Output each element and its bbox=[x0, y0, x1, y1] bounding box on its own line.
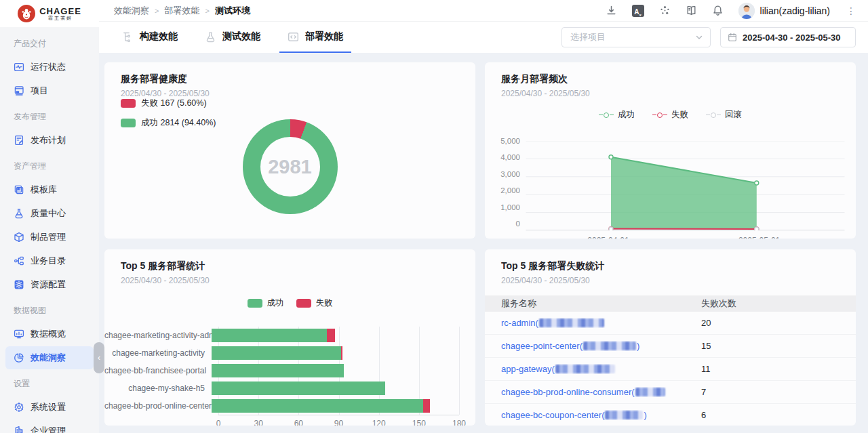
failure-count: 15 bbox=[685, 341, 856, 351]
project-select[interactable]: 选择项目 bbox=[561, 27, 711, 47]
docs-icon[interactable] bbox=[686, 5, 697, 16]
sidebar-item-label: 质量中心 bbox=[31, 207, 66, 220]
sidebar-item-label: 效能洞察 bbox=[31, 352, 66, 364]
bar-segment-成功 bbox=[212, 329, 327, 342]
bell-icon[interactable] bbox=[712, 5, 724, 16]
service-name[interactable]: chagee-bc-coupon-center( bbox=[501, 410, 604, 420]
brand-subtitle: 霸王茶姬 bbox=[39, 16, 81, 21]
card-title: 服务部署健康度 bbox=[104, 62, 475, 85]
table-row[interactable]: rc-admin(20 bbox=[485, 312, 856, 335]
deploy-icon bbox=[288, 31, 299, 43]
filters: 选择项目 2025-04-30 - 2025-05-30 bbox=[561, 27, 856, 47]
x-tick-label: 90 bbox=[334, 419, 343, 426]
release-plan-icon bbox=[14, 135, 24, 146]
test-icon bbox=[205, 31, 216, 43]
legend-item[interactable]: 成功 bbox=[248, 297, 284, 309]
legend-item[interactable]: 回滚 bbox=[706, 109, 742, 121]
tabbar: 构建效能测试效能部署效能 选择项目 2025-04-30 - 2025-05-3… bbox=[99, 22, 868, 53]
bar-segment-成功 bbox=[212, 382, 385, 395]
bar-segment-成功 bbox=[212, 364, 344, 377]
legend-item[interactable]: 失败 bbox=[296, 297, 333, 309]
more-menu-icon[interactable]: ⋮ bbox=[845, 5, 857, 16]
sidebar-item-release-plan[interactable]: 发布计划 bbox=[5, 129, 94, 152]
legend-label: 失败 bbox=[316, 297, 333, 309]
tab-build[interactable]: 构建效能 bbox=[114, 22, 186, 53]
breadcrumb-item[interactable]: 效能洞察 bbox=[114, 5, 149, 17]
translate-icon[interactable]: Ax bbox=[632, 5, 644, 17]
legend-swatch bbox=[248, 299, 262, 308]
service-link[interactable]: chagee-point-center() bbox=[485, 341, 685, 351]
service-name[interactable]: chagee-point-center( bbox=[501, 341, 583, 351]
sidebar-collapse-handle[interactable]: ‹ bbox=[94, 342, 104, 373]
service-link[interactable]: chagee-bb-prod-online-consumer( bbox=[485, 387, 685, 397]
tab-deploy[interactable]: 部署效能 bbox=[279, 22, 351, 53]
sidebar-item-insight-pie[interactable]: 效能洞察 bbox=[5, 346, 94, 369]
sidebar-item-monitor-pulse[interactable]: 运行状态 bbox=[5, 56, 94, 79]
sidebar-item-business-tree[interactable]: 业务目录 bbox=[5, 249, 94, 272]
card-top5-deploy: Top 5 服务部署统计 2025/04/30 - 2025/05/30 成功失… bbox=[104, 249, 475, 426]
sidebar-item-data-overview[interactable]: 数据概览 bbox=[5, 323, 94, 346]
date-range-picker[interactable]: 2025-04-30 - 2025-05-30 bbox=[720, 27, 856, 47]
bar-track bbox=[212, 329, 459, 342]
service-link[interactable]: rc-admin( bbox=[485, 318, 685, 328]
sidebar-item-resource-gear[interactable]: 资源配置 bbox=[5, 273, 94, 296]
x-tick-label: 2025-04-01 bbox=[587, 236, 629, 239]
brand-logo: CHAGEE 霸王茶姬 bbox=[0, 0, 99, 27]
sidebar-item-label: 数据概览 bbox=[31, 328, 66, 340]
redacted-text bbox=[583, 342, 636, 350]
apps-icon[interactable] bbox=[659, 5, 671, 16]
legend-label: 成功 bbox=[618, 109, 635, 121]
service-name-close: ) bbox=[644, 410, 646, 420]
sidebar-item-project-window[interactable]: 项目 bbox=[5, 79, 94, 102]
sidebar-item-template-library[interactable]: 模板库 bbox=[5, 178, 94, 201]
redacted-text bbox=[635, 388, 665, 396]
breadcrumb-item[interactable]: 部署效能 bbox=[164, 5, 199, 17]
breadcrumb-item[interactable]: 测试环境 bbox=[215, 5, 250, 17]
y-tick-label: 5,000 bbox=[492, 138, 520, 144]
avatar[interactable] bbox=[738, 3, 755, 19]
user-name[interactable]: lilian(zadig-lilian) bbox=[760, 5, 830, 16]
legend-item[interactable]: 成功 bbox=[599, 109, 635, 121]
legend-marker bbox=[599, 112, 614, 118]
bar-category-label: chagee-bb-franchisee-portal bbox=[104, 366, 212, 375]
bar-segment-失败 bbox=[423, 399, 430, 413]
sidebar-item-artifact-box[interactable]: 制品管理 bbox=[5, 226, 94, 249]
table-row[interactable]: chagee-bb-prod-online-consumer(7 bbox=[485, 381, 856, 404]
sidebar-item-enterprise[interactable]: 企业管理 bbox=[5, 419, 94, 433]
service-name[interactable]: app-gateway( bbox=[501, 364, 555, 374]
breadcrumb: 效能洞察>部署效能>测试环境 bbox=[114, 5, 250, 17]
sidebar: CHAGEE 霸王茶姬 产品交付运行状态项目发布管理发布计划资产管理模板库质量中… bbox=[0, 0, 99, 433]
chevron-down-icon bbox=[695, 33, 703, 41]
artifact-box-icon bbox=[14, 232, 24, 243]
user-menu[interactable]: lilian(zadig-lilian) bbox=[738, 3, 830, 19]
failure-table: 服务名称失败次数rc-admin(20chagee-point-center()… bbox=[485, 295, 856, 426]
sidebar-item-quality-flask[interactable]: 质量中心 bbox=[5, 202, 94, 225]
sidebar-section-label: 数据视图 bbox=[0, 297, 99, 322]
service-name[interactable]: rc-admin( bbox=[501, 318, 538, 328]
area-chart: 5,0004,0003,0002,0001,0000 bbox=[492, 141, 850, 230]
sidebar-section-label: 产品交付 bbox=[0, 30, 99, 55]
sidebar-item-label: 运行状态 bbox=[31, 61, 66, 73]
sidebar-item-system-gear[interactable]: 系统设置 bbox=[5, 396, 94, 419]
service-link[interactable]: chagee-bc-coupon-center() bbox=[485, 410, 685, 420]
tab-test[interactable]: 测试效能 bbox=[197, 22, 269, 53]
date-range-value: 2025-04-30 - 2025-05-30 bbox=[743, 33, 841, 43]
service-link[interactable]: app-gateway( bbox=[485, 364, 685, 374]
area-chart-legend: 成功失败回滚 bbox=[485, 109, 856, 121]
service-name[interactable]: chagee-bb-prod-online-consumer( bbox=[501, 387, 635, 397]
main-column: 效能洞察>部署效能>测试环境 Ax lilian(zadig-lilian) ⋮… bbox=[99, 0, 868, 433]
breadcrumb-separator-icon: > bbox=[155, 7, 159, 15]
table-row[interactable]: chagee-bc-coupon-center()6 bbox=[485, 404, 856, 426]
bar-track bbox=[212, 364, 459, 377]
table-header: 服务名称失败次数 bbox=[485, 295, 856, 312]
table-row[interactable]: chagee-point-center()15 bbox=[485, 335, 856, 358]
data-overview-icon bbox=[14, 329, 24, 339]
download-icon[interactable] bbox=[606, 5, 617, 16]
legend-item[interactable]: 失败 bbox=[652, 109, 688, 121]
table-row[interactable]: app-gateway(11 bbox=[485, 358, 856, 381]
x-axis-labels: 2025-04-012025-05-01 bbox=[520, 234, 850, 239]
sidebar-section-label: 发布管理 bbox=[0, 103, 99, 128]
sidebar-item-label: 系统设置 bbox=[31, 401, 66, 413]
topbar-actions: Ax lilian(zadig-lilian) ⋮ bbox=[606, 3, 857, 19]
tab-label: 部署效能 bbox=[305, 30, 343, 43]
